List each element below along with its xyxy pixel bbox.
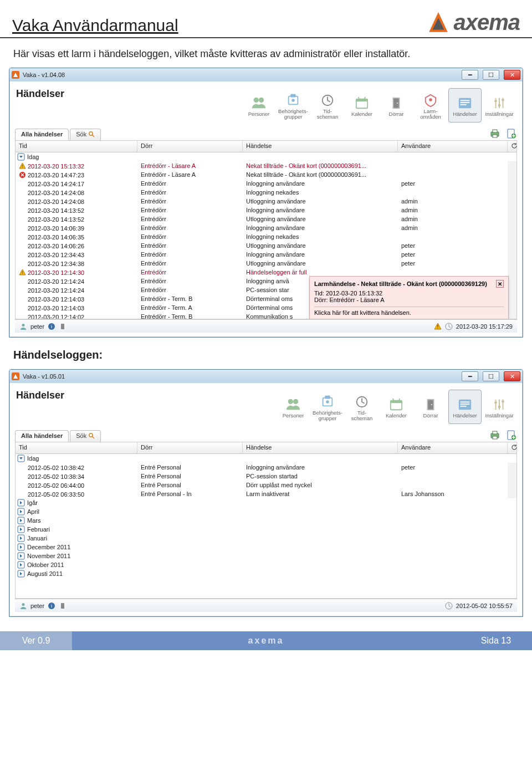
col-handelse[interactable]: Händelse (243, 141, 398, 152)
col-dorr[interactable]: Dörr (137, 442, 243, 453)
table-row[interactable]: 2012-03-20 14:06:35EntrédörrInloggning n… (16, 232, 516, 241)
group-row[interactable]: April (16, 507, 516, 516)
collapse-icon[interactable] (17, 499, 25, 507)
tab-search[interactable]: Sök (70, 430, 101, 442)
table-row[interactable]: 2012-03-20 14:24:17EntrédörrInloggning a… (16, 179, 516, 188)
tool-kalender[interactable]: Kalender (380, 390, 413, 424)
tool-behgrupper[interactable]: Behörighets-grupper (311, 390, 344, 424)
tool-installningar[interactable]: Inställningar (483, 390, 516, 424)
table-row[interactable]: 2012-03-20 14:47:23Entrédörr - Läsare AN… (16, 170, 516, 179)
tab-all-events[interactable]: Alla händelser (15, 129, 69, 140)
tool-behgrupper[interactable]: Behörighets-grupper (277, 88, 310, 122)
tool-handelser[interactable]: Händelser (448, 390, 482, 424)
table-row[interactable]: 2012-05-02 10:38:34Entré PersonalPC-sess… (16, 472, 516, 481)
window-title: Vaka - v1.04.08 (23, 72, 65, 78)
status-time: 2012-05-02 10:55:57 (456, 603, 513, 609)
col-refresh[interactable] (508, 141, 516, 152)
table-row[interactable]: 2012-03-20 12:14:30EntrédörrHändelselogg… (16, 268, 516, 277)
col-handelse[interactable]: Händelse (243, 442, 398, 453)
expand-icon[interactable] (17, 455, 25, 462)
collapse-icon[interactable] (17, 561, 25, 569)
expand-icon[interactable] (17, 153, 25, 161)
table-row[interactable]: 2012-03-20 14:24:08EntrédörrInloggning n… (16, 188, 516, 197)
collapse-icon[interactable] (17, 552, 25, 560)
status-user: peter (30, 323, 44, 330)
alarm-popup[interactable]: Larmhändelse - Nekat tillträde - Okänt k… (309, 276, 509, 319)
collapse-icon[interactable] (17, 517, 25, 524)
tool-dorrar[interactable]: Dörrar (414, 390, 447, 424)
group-row[interactable]: Februari (16, 525, 516, 534)
tool-tidscheman[interactable]: Tid-scheman (345, 390, 378, 424)
tool-dorrar[interactable]: Dörrar (380, 88, 413, 122)
col-dorr[interactable]: Dörr (137, 141, 243, 152)
table-row[interactable]: 2012-03-20 15:13:32Entrédörr - Läsare AN… (16, 161, 516, 170)
col-anvandare[interactable]: Användare (398, 442, 508, 453)
svg-marker-50 (13, 374, 18, 379)
svg-rect-11 (359, 97, 360, 100)
info-icon[interactable]: i (48, 602, 55, 610)
tool-installningar[interactable]: Inställningar (483, 88, 516, 122)
group-row[interactable]: Mars (16, 516, 516, 525)
minimize-button[interactable]: ━ (462, 70, 478, 80)
group-row[interactable]: Igår (16, 498, 516, 507)
table-row[interactable]: 2012-03-20 14:06:26EntrédörrUtloggning a… (16, 241, 516, 250)
collapse-icon[interactable] (17, 543, 25, 551)
col-anvandare[interactable]: Användare (398, 141, 508, 152)
group-row-today[interactable]: Idag (16, 454, 516, 463)
popup-ack-message[interactable]: Klicka här för att kvittera händelsen. (314, 307, 504, 316)
minimize-button[interactable]: ━ (462, 371, 478, 381)
handelser-icon (457, 96, 473, 110)
table-row[interactable]: 2012-03-20 12:34:38EntrédörrUtloggning a… (16, 259, 516, 268)
tab-all-events[interactable]: Alla händelser (15, 430, 69, 442)
col-tid[interactable]: Tid (16, 442, 137, 453)
table-row[interactable]: 2012-03-20 12:34:43EntrédörrInloggning a… (16, 250, 516, 259)
print-icon[interactable] (489, 128, 500, 139)
tool-handelser[interactable]: Händelser (448, 88, 482, 122)
print-icon[interactable] (489, 430, 500, 441)
tool-larmomr[interactable]: Larm-områden (414, 88, 447, 122)
maximize-button[interactable]: ☐ (483, 371, 499, 381)
export-icon[interactable] (506, 128, 517, 139)
installningar-icon (491, 96, 508, 110)
device-icon[interactable] (59, 323, 66, 330)
collapse-icon[interactable] (17, 570, 25, 578)
col-tid[interactable]: Tid (16, 141, 137, 152)
table-row[interactable]: 2012-03-20 14:24:08EntrédörrUtloggning a… (16, 197, 516, 206)
group-row[interactable]: December 2011 (16, 543, 516, 552)
maximize-button[interactable]: ☐ (483, 70, 499, 80)
table-row[interactable]: 2012-03-20 14:13:52EntrédörrInloggning a… (16, 206, 516, 215)
table-row[interactable]: 2012-03-20 14:13:52EntrédörrUtloggning a… (16, 215, 516, 223)
tool-personer[interactable]: Personer (277, 390, 310, 424)
group-row[interactable]: Augusti 2011 (16, 569, 516, 578)
warning-icon[interactable] (434, 323, 442, 330)
close-button[interactable]: ✕ (504, 70, 520, 80)
tab-search[interactable]: Sök (70, 129, 101, 140)
titlebar[interactable]: Vaka - v1.05.01 ━ ☐ ✕ (9, 370, 523, 383)
tool-kalender[interactable]: Kalender (345, 88, 378, 122)
behgrupper-icon (285, 93, 301, 108)
svg-rect-12 (365, 97, 366, 100)
group-row[interactable]: Januari (16, 534, 516, 543)
device-icon[interactable] (59, 602, 66, 610)
export-icon[interactable] (506, 430, 517, 441)
table-row[interactable]: 2012-05-02 06:33:50Entré Personal - InLa… (16, 489, 516, 498)
table-row[interactable]: 2012-05-02 10:38:42Entré PersonalInloggn… (16, 463, 516, 472)
handelser-icon (457, 397, 473, 412)
close-button[interactable]: ✕ (504, 371, 520, 381)
group-row-today[interactable]: Idag (16, 152, 516, 161)
col-refresh[interactable] (508, 442, 516, 453)
collapse-icon[interactable] (17, 525, 25, 533)
collapse-icon[interactable] (17, 508, 25, 515)
table-row[interactable]: 2012-05-02 06:44:00Entré PersonalDörr up… (16, 481, 516, 489)
info-icon[interactable]: i (48, 323, 55, 330)
popup-close-icon[interactable]: ✕ (496, 280, 504, 288)
svg-point-63 (431, 404, 432, 405)
group-row[interactable]: Oktober 2011 (16, 560, 516, 569)
tool-tidscheman[interactable]: Tid-scheman (311, 88, 344, 122)
status-bar: peter i 2012-05-02 10:55:57 (15, 599, 517, 612)
table-row[interactable]: 2012-03-20 14:06:39EntrédörrInloggning a… (16, 223, 516, 232)
tool-personer[interactable]: Personer (242, 88, 275, 122)
group-row[interactable]: November 2011 (16, 552, 516, 560)
collapse-icon[interactable] (17, 534, 25, 542)
titlebar[interactable]: Vaka - v1.04.08 ━ ☐ ✕ (9, 68, 523, 81)
